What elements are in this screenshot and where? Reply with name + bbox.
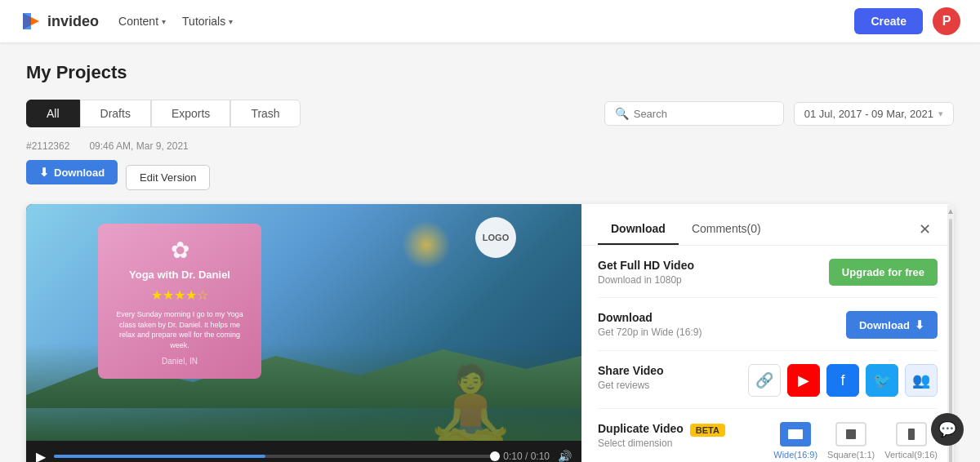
panel-tab-download[interactable]: Download bbox=[598, 214, 679, 245]
video-controls: ▶ 0:10 / 0:10 🔊 bbox=[26, 441, 581, 462]
youtube-button[interactable]: ▶ bbox=[787, 364, 820, 397]
panel-header: Download Comments(0) ✕ bbox=[581, 204, 954, 246]
beta-badge: BETA bbox=[690, 424, 725, 437]
share-icons: 🔗 ▶ f 🐦 👥 bbox=[748, 364, 938, 397]
project-tabs: All Drafts Exports Trash bbox=[26, 100, 301, 127]
svg-rect-4 bbox=[908, 429, 915, 440]
share-info: Share Video Get reviews bbox=[598, 364, 748, 391]
avatar[interactable]: P bbox=[933, 7, 960, 35]
nav-content[interactable]: Content ▾ bbox=[118, 15, 166, 28]
header-left: invideo Content ▾ Tutorials ▾ bbox=[20, 10, 233, 33]
download-title: Download bbox=[598, 311, 846, 324]
logo-text: invideo bbox=[47, 13, 99, 30]
video-panel-container: ✿ Yoga with Dr. Daniel ★★★★☆ Every Sunda… bbox=[26, 204, 954, 462]
download-button[interactable]: ⬇ Download bbox=[26, 160, 118, 184]
wide-icon bbox=[780, 422, 811, 446]
tab-all[interactable]: All bbox=[26, 100, 80, 127]
nav-tutorials[interactable]: Tutorials ▾ bbox=[182, 15, 233, 28]
edit-version-button[interactable]: Edit Version bbox=[126, 165, 210, 190]
logo[interactable]: invideo bbox=[20, 10, 99, 33]
vertical-icon-svg bbox=[907, 428, 915, 441]
date-filter[interactable]: 01 Jul, 2017 - 09 Mar, 2021 ▾ bbox=[794, 102, 954, 126]
dim-wide[interactable]: Wide(16:9) bbox=[773, 422, 817, 460]
wide-label: Wide(16:9) bbox=[773, 450, 817, 460]
search-box: 🔍 bbox=[604, 101, 784, 126]
download-arrow-icon: ⬇ bbox=[915, 318, 924, 331]
panel-tabs: Download Comments(0) bbox=[598, 214, 774, 245]
hd-info: Get Full HD Video Download in 1080p bbox=[598, 259, 829, 286]
lotus-icon: ✿ bbox=[111, 237, 248, 264]
tabs-bar: All Drafts Exports Trash 🔍 01 Jul, 2017 … bbox=[26, 100, 954, 127]
stars: ★★★★☆ bbox=[111, 287, 248, 303]
svg-rect-3 bbox=[846, 429, 856, 439]
download-panel: Download Comments(0) ✕ Get Full HD Video… bbox=[581, 204, 954, 462]
close-button[interactable]: ✕ bbox=[912, 217, 938, 242]
chat-button[interactable]: 💬 bbox=[931, 413, 964, 446]
progress-dot bbox=[490, 451, 500, 461]
duplicate-header-row: Duplicate Video BETA Select dimension Wi… bbox=[598, 422, 938, 460]
chat-icon: 💬 bbox=[938, 420, 956, 438]
logo-watermark: LOGO bbox=[475, 217, 516, 258]
share-subtitle: Get reviews bbox=[598, 380, 748, 391]
chevron-down-icon: ▾ bbox=[229, 17, 233, 26]
square-icon-svg bbox=[845, 429, 857, 440]
duplicate-info: Duplicate Video BETA Select dimension bbox=[598, 422, 725, 449]
main-content: My Projects All Drafts Exports Trash 🔍 0… bbox=[0, 42, 980, 462]
duplicate-subtitle: Select dimension bbox=[598, 438, 725, 449]
hd-section: Get Full HD Video Download in 1080p Upgr… bbox=[598, 259, 938, 298]
group-share-button[interactable]: 👥 bbox=[905, 364, 938, 397]
project-actions: ⬇ Download Edit Version bbox=[26, 160, 954, 194]
duplicate-title: Duplicate Video bbox=[598, 422, 684, 435]
play-icon[interactable]: ▶ bbox=[36, 449, 46, 463]
create-button[interactable]: Create bbox=[854, 8, 923, 34]
tab-exports[interactable]: Exports bbox=[151, 100, 230, 127]
copy-link-button[interactable]: 🔗 bbox=[748, 364, 781, 397]
twitter-button[interactable]: 🐦 bbox=[866, 364, 898, 397]
dim-vertical[interactable]: Vertical(9:16) bbox=[884, 422, 938, 460]
duplicate-title-row: Duplicate Video BETA bbox=[598, 422, 725, 438]
time-display: 0:10 / 0:10 bbox=[503, 451, 550, 462]
header-right: Create P bbox=[854, 7, 960, 35]
video-player: ✿ Yoga with Dr. Daniel ★★★★☆ Every Sunda… bbox=[26, 204, 581, 462]
duplicate-section: Duplicate Video BETA Select dimension Wi… bbox=[598, 422, 938, 462]
tab-drafts[interactable]: Drafts bbox=[80, 100, 151, 127]
upgrade-button[interactable]: Upgrade for free bbox=[829, 259, 938, 286]
yoga-card: ✿ Yoga with Dr. Daniel ★★★★☆ Every Sunda… bbox=[98, 224, 261, 379]
person-silhouette: 🧘 bbox=[425, 367, 516, 441]
square-label: Square(1:1) bbox=[827, 450, 875, 460]
project-timestamp: 09:46 AM, Mar 9, 2021 bbox=[89, 140, 188, 152]
project-id: #2112362 bbox=[26, 140, 69, 152]
download-action-button[interactable]: Download ⬇ bbox=[846, 311, 938, 339]
svg-rect-2 bbox=[788, 429, 803, 439]
logo-icon bbox=[20, 10, 42, 33]
svg-marker-1 bbox=[23, 13, 31, 29]
download-info: Download Get 720p in Wide (16:9) bbox=[598, 311, 846, 338]
yoga-author: Daniel, IN bbox=[111, 357, 248, 366]
share-title: Share Video bbox=[598, 364, 748, 377]
dim-square[interactable]: Square(1:1) bbox=[827, 422, 875, 460]
download-icon: ⬇ bbox=[39, 166, 49, 179]
volume-icon[interactable]: 🔊 bbox=[558, 450, 572, 462]
scroll-up-arrow[interactable]: ▲ bbox=[947, 207, 954, 215]
search-input[interactable] bbox=[634, 108, 773, 120]
download-subtitle: Get 720p in Wide (16:9) bbox=[598, 327, 846, 338]
chevron-down-icon: ▾ bbox=[938, 109, 943, 119]
video-thumbnail: ✿ Yoga with Dr. Daniel ★★★★☆ Every Sunda… bbox=[26, 204, 581, 441]
search-icon: 🔍 bbox=[615, 107, 629, 120]
download-720-section: Download Get 720p in Wide (16:9) Downloa… bbox=[598, 311, 938, 351]
panel-tab-comments[interactable]: Comments(0) bbox=[679, 214, 774, 245]
share-section: Share Video Get reviews 🔗 ▶ f 🐦 👥 bbox=[598, 364, 938, 409]
tab-trash[interactable]: Trash bbox=[230, 100, 300, 127]
progress-fill bbox=[54, 455, 265, 458]
square-icon bbox=[835, 422, 866, 446]
hd-subtitle: Download in 1080p bbox=[598, 274, 829, 286]
chevron-down-icon: ▾ bbox=[162, 17, 166, 26]
progress-bar[interactable] bbox=[54, 455, 495, 458]
panel-body: Get Full HD Video Download in 1080p Upgr… bbox=[581, 246, 954, 462]
facebook-button[interactable]: f bbox=[826, 364, 859, 397]
dimension-options: Wide(16:9) Square(1:1) bbox=[773, 422, 938, 460]
header: invideo Content ▾ Tutorials ▾ Create P bbox=[0, 0, 980, 42]
page-title: My Projects bbox=[26, 62, 954, 83]
vertical-label: Vertical(9:16) bbox=[884, 450, 938, 460]
yoga-title: Yoga with Dr. Daniel bbox=[111, 269, 248, 281]
